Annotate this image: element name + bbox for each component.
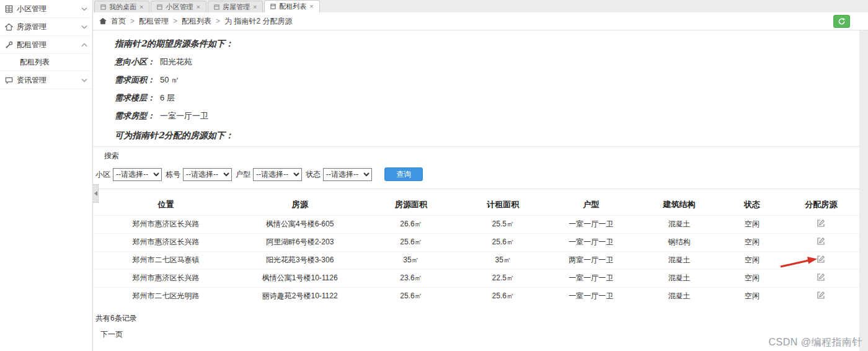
condition-row: 需求房型： 一室一厅一卫	[115, 110, 859, 122]
tab-my-desktop[interactable]: 我的桌面 ×	[94, 1, 149, 12]
cell-house-area: 23.6㎡	[361, 269, 461, 287]
assign-edit-icon[interactable]	[817, 255, 825, 264]
assign-edit-icon[interactable]	[817, 237, 825, 246]
condition-row: 需求楼层： 6 层	[115, 92, 859, 104]
condition-label: 需求楼层：	[115, 92, 155, 104]
query-button[interactable]: 查询	[384, 167, 423, 181]
assign-edit-icon[interactable]	[817, 291, 825, 300]
table-row: 郑州市惠济区长兴路 枫情公寓4号楼6-605 26.6㎡ 25.5㎡ 一室一厅一…	[93, 215, 859, 233]
sidebar-item-label: 资讯管理	[17, 75, 78, 86]
cell-location: 郑州市惠济区长兴路	[93, 215, 239, 233]
cell-location: 郑州市二七区马寨镇	[93, 251, 239, 269]
content-panel: 指南针2的期望房源条件如下： 意向小区： 阳光花苑 需求面积： 50 ㎡ 需求楼…	[93, 30, 859, 351]
scroll-gutter	[859, 30, 868, 351]
cell-house: 丽诗趣苑2号楼10-1122	[239, 287, 361, 305]
tab-icon	[157, 4, 162, 10]
assign-edit-icon[interactable]	[817, 219, 825, 228]
cell-rent-area: 25.6㎡	[461, 233, 545, 251]
community-select[interactable]: --请选择--	[113, 168, 162, 181]
breadcrumb-rental-mgmt[interactable]: 配租管理	[139, 16, 169, 27]
breadcrumb-home[interactable]: 首页	[111, 16, 126, 27]
breadcrumb-rental-list[interactable]: 配租列表	[182, 16, 211, 27]
cell-house: 阿里湖畔6号楼2-203	[239, 233, 361, 251]
col-status: 状态	[721, 194, 782, 215]
col-house-area: 房源面积	[361, 194, 461, 215]
cell-assign	[782, 233, 859, 251]
close-icon[interactable]: ×	[253, 4, 257, 11]
cell-layout: 一室一厅一卫	[545, 233, 637, 251]
col-location: 位置	[93, 194, 239, 215]
table-row: 郑州市二七区光明路 丽诗趣苑2号楼10-1122 25.6㎡ 25.6㎡ 一室一…	[93, 287, 859, 305]
tab-rental-list[interactable]: 配租列表 ×	[264, 0, 319, 12]
cell-house: 阳光花苑3号楼3-306	[239, 251, 361, 269]
close-icon[interactable]: ×	[309, 3, 313, 10]
home-icon	[5, 23, 13, 31]
condition-value: 阳光花苑	[160, 56, 192, 68]
cell-status: 空闲	[721, 233, 782, 251]
cell-status: 空闲	[721, 215, 782, 233]
refresh-icon	[838, 17, 846, 25]
sidebar-item-label: 房源管理	[17, 22, 78, 32]
chevron-left-icon	[94, 191, 97, 196]
condition-label: 需求房型：	[115, 110, 155, 122]
cell-layout: 一室一厅一卫	[545, 287, 637, 305]
breadcrumb-current: 为 指南针2 分配房源	[224, 16, 292, 27]
col-layout: 户型	[545, 194, 637, 215]
breadcrumb-separator: >	[216, 17, 220, 25]
building-icon	[5, 5, 13, 13]
sidebar-sub-label: 配租列表	[20, 57, 50, 68]
sidebar-item-community[interactable]: 小区管理	[0, 0, 92, 18]
cell-assign	[782, 269, 859, 287]
sidebar-item-rental[interactable]: 配租管理	[0, 36, 92, 54]
filter-label-community: 小区	[95, 169, 110, 180]
sidebar-collapse-handle[interactable]	[93, 184, 99, 203]
status-select[interactable]: --请选择--	[323, 168, 372, 181]
sidebar-item-news[interactable]: 资讯管理	[0, 71, 92, 89]
cell-layout: 一室一厅一卫	[545, 215, 637, 233]
filter-label-layout: 户型	[236, 169, 250, 180]
cell-assign	[782, 215, 859, 233]
assign-edit-icon[interactable]	[817, 273, 825, 282]
breadcrumb-separator: >	[173, 17, 177, 25]
cell-structure: 混凝土	[637, 215, 722, 233]
building-select[interactable]: --请选择--	[183, 168, 232, 181]
page-title: 指南针2的期望房源条件如下：	[115, 38, 859, 50]
chevron-down-icon	[81, 78, 87, 82]
chevron-down-icon	[81, 25, 87, 29]
house-table: 位置 房源 房源面积 计租面积 户型 建筑结构 状态 分配房源 郑州市惠济区长兴…	[93, 194, 859, 305]
chat-icon	[5, 76, 13, 84]
cell-rent-area: 22.5㎡	[461, 269, 545, 287]
cell-house-area: 25.6㎡	[361, 233, 461, 251]
main-area: 我的桌面 × 小区管理 × 房屋管理 × 配租列表 × 首页 > 配租管理 > …	[93, 0, 868, 351]
search-panel-label: 搜索	[93, 151, 859, 161]
sidebar-item-rental-list[interactable]: 配租列表	[0, 54, 92, 71]
cell-location: 郑州市惠济区长兴路	[93, 233, 239, 251]
tab-label: 房屋管理	[223, 2, 250, 12]
col-house: 房源	[239, 194, 361, 215]
filter-label-status: 状态	[306, 169, 321, 180]
condition-value: 50 ㎡	[160, 74, 179, 86]
sidebar-item-housing[interactable]: 房源管理	[0, 18, 92, 36]
filter-label-building: 栋号	[166, 169, 180, 180]
search-panel: 搜索 小区 --请选择-- 栋号 --请选择-- 户型 --请选择-- 状态 -…	[93, 146, 859, 189]
next-page-link[interactable]: 下一页	[100, 329, 123, 340]
condition-row: 需求面积： 50 ㎡	[115, 74, 859, 86]
tab-community[interactable]: 小区管理 ×	[151, 1, 206, 12]
cell-status: 空闲	[721, 251, 782, 269]
cell-assign	[782, 287, 859, 305]
tab-house[interactable]: 房屋管理 ×	[208, 1, 263, 12]
table-header-row: 位置 房源 房源面积 计租面积 户型 建筑结构 状态 分配房源	[93, 194, 859, 215]
condition-label: 需求面积：	[115, 74, 155, 86]
layout-select[interactable]: --请选择--	[253, 168, 302, 181]
tab-icon	[270, 4, 276, 9]
home-icon	[99, 17, 107, 25]
refresh-button[interactable]	[833, 15, 850, 28]
cell-house-area: 35㎡	[361, 251, 461, 269]
cell-structure: 混凝土	[637, 287, 722, 305]
breadcrumb: 首页 > 配租管理 > 配租列表 > 为 指南针2 分配房源	[93, 12, 868, 30]
condition-label: 意向小区：	[115, 56, 155, 68]
cell-layout: 一室一厅一卫	[545, 269, 637, 287]
close-icon[interactable]: ×	[196, 4, 200, 11]
chevron-up-icon	[81, 43, 87, 47]
close-icon[interactable]: ×	[140, 4, 143, 11]
